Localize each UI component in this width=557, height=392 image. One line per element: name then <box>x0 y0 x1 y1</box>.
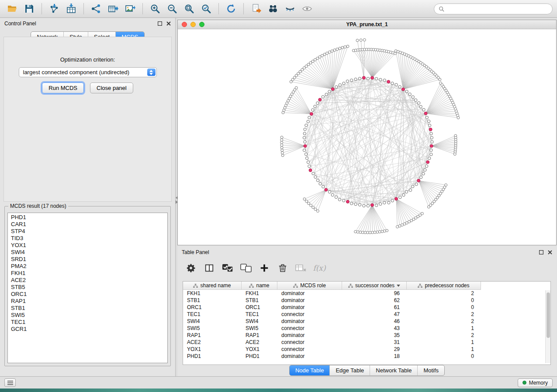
result-node-item[interactable]: SRD1 <box>8 256 167 263</box>
import-network-icon[interactable] <box>46 2 62 16</box>
select-all-icon[interactable] <box>220 261 235 275</box>
column-label: MCDS role <box>300 282 326 289</box>
table-row[interactable]: SWI5SWI5connector431 <box>183 325 550 332</box>
table-cell: FKH1 <box>242 290 277 296</box>
show-details-icon[interactable] <box>299 2 315 16</box>
zoom-fit-icon[interactable] <box>181 2 197 16</box>
result-node-item[interactable]: CAR1 <box>8 221 167 228</box>
scrollbar-thumb[interactable] <box>547 292 550 338</box>
float-panel-icon[interactable] <box>539 250 543 254</box>
table-row[interactable]: ACE2ACE2connector311 <box>183 339 550 346</box>
deselect-all-icon[interactable] <box>239 261 253 275</box>
zoom-in-icon[interactable] <box>147 2 163 16</box>
table-row[interactable]: TEC1TEC1connector472 <box>183 311 550 318</box>
table-row[interactable]: STB1STB1dominator620 <box>183 297 550 304</box>
result-node-item[interactable]: PMA2 <box>8 263 167 270</box>
add-row-icon[interactable] <box>257 261 272 275</box>
tab-network-table[interactable]: Network Table <box>370 365 417 375</box>
table-cell: YOX1 <box>183 346 242 352</box>
tab-edge-table[interactable]: Edge Table <box>329 365 370 375</box>
search-network-icon[interactable] <box>265 2 281 16</box>
zoom-selected-icon[interactable] <box>198 2 214 16</box>
hide-details-icon[interactable] <box>282 2 298 16</box>
desktop-background <box>0 389 557 392</box>
column-header-successor-nodes[interactable]: successor nodes <box>342 282 407 290</box>
result-node-item[interactable]: ORC1 <box>8 291 167 298</box>
table-row[interactable]: ORC1ORC1dominator610 <box>183 304 550 311</box>
table-row[interactable]: PHD1PHD1dominator180 <box>183 353 550 360</box>
result-node-item[interactable]: STB5 <box>8 284 167 291</box>
export-network-icon[interactable] <box>88 2 104 16</box>
close-panel-button[interactable]: Close panel <box>90 83 133 93</box>
refresh-icon[interactable] <box>223 2 239 16</box>
save-icon[interactable] <box>21 2 37 16</box>
mcds-result-list[interactable]: PHD1CAR1STP4TID3YOX1SWI4SRD1PMA2FKH1ACE2… <box>7 213 168 363</box>
search-input[interactable] <box>447 6 548 12</box>
tab-motifs[interactable]: Motifs <box>417 365 444 375</box>
table-row[interactable]: SWI4SWI4dominator462 <box>183 318 550 325</box>
table-cell: 0 <box>407 304 481 310</box>
table-cell: SWI4 <box>242 318 277 324</box>
export-table-icon[interactable] <box>105 2 121 16</box>
import-table-icon[interactable] <box>63 2 79 16</box>
tab-node-table[interactable]: Node Table <box>290 365 330 375</box>
table-cell: 1 <box>407 339 481 345</box>
network-canvas[interactable] <box>178 29 556 245</box>
search-field[interactable] <box>434 3 553 14</box>
result-node-item[interactable]: STP4 <box>8 228 167 235</box>
table-scrollbar[interactable] <box>545 290 550 363</box>
optimization-criterion-label: Optimization criterion: <box>4 56 171 63</box>
zoom-out-icon[interactable] <box>164 2 180 16</box>
minimize-window-icon[interactable] <box>190 22 196 27</box>
function-builder-icon[interactable]: f(x) <box>312 261 327 275</box>
column-header-shared-name[interactable]: shared name <box>183 282 242 290</box>
table-row[interactable]: RAP1RAP1dominator352 <box>183 332 550 339</box>
table-cell: 1 <box>407 325 481 331</box>
copy-share-icon[interactable] <box>248 2 264 16</box>
open-file-icon[interactable] <box>4 2 20 16</box>
network-window-titlebar[interactable]: YPA_prune.txt_1 <box>178 20 556 29</box>
result-node-item[interactable]: PHD1 <box>8 214 167 221</box>
clear-table-icon[interactable] <box>294 261 308 275</box>
memory-status-icon <box>522 381 526 385</box>
network-window: YPA_prune.txt_1 <box>177 20 557 245</box>
column-header-mcds-role[interactable]: MCDS role <box>277 282 342 290</box>
status-menu-button[interactable] <box>4 378 16 387</box>
search-icon <box>439 6 444 12</box>
result-node-item[interactable]: YOX1 <box>8 242 167 249</box>
result-node-item[interactable]: TID3 <box>8 235 167 242</box>
column-header-predecessor-nodes[interactable]: predecessor nodes <box>407 282 481 290</box>
column-type-icon <box>193 284 198 288</box>
float-panel-icon[interactable] <box>158 21 162 26</box>
result-node-item[interactable]: ACE2 <box>8 277 167 284</box>
table-cell: RAP1 <box>242 332 277 338</box>
criterion-select[interactable]: largest connected component (undirected) <box>19 67 157 77</box>
table-row[interactable]: YOX1YOX1connector291 <box>183 346 550 353</box>
maximize-window-icon[interactable] <box>199 22 204 27</box>
table-cell: STB1 <box>242 297 277 303</box>
run-mcds-button[interactable]: Run MCDS <box>42 83 84 93</box>
table-cell: dominator <box>277 353 342 359</box>
columns-icon[interactable] <box>202 261 217 275</box>
table-cell: 2 <box>407 318 481 324</box>
delete-row-icon[interactable] <box>275 261 290 275</box>
result-node-item[interactable]: GCR1 <box>8 326 167 333</box>
column-label: name <box>256 282 269 289</box>
table-cell: 29 <box>342 346 407 352</box>
column-type-icon <box>418 284 422 288</box>
result-node-item[interactable]: TEC1 <box>8 319 167 326</box>
result-node-item[interactable]: FKH1 <box>8 270 167 277</box>
result-node-item[interactable]: SWI5 <box>8 312 167 319</box>
gear-icon[interactable] <box>183 261 198 275</box>
column-type-icon <box>293 284 298 288</box>
column-header-name[interactable]: name <box>242 282 277 290</box>
table-row[interactable]: FKH1FKH1dominator962 <box>183 290 550 297</box>
result-node-item[interactable]: STB1 <box>8 305 167 312</box>
close-panel-icon[interactable] <box>166 21 171 26</box>
export-image-icon[interactable] <box>122 2 138 16</box>
memory-button[interactable]: Memory <box>518 378 553 387</box>
close-panel-icon[interactable] <box>548 250 552 254</box>
result-node-item[interactable]: RAP1 <box>8 298 167 305</box>
result-node-item[interactable]: SWI4 <box>8 249 167 256</box>
close-window-icon[interactable] <box>182 22 187 27</box>
